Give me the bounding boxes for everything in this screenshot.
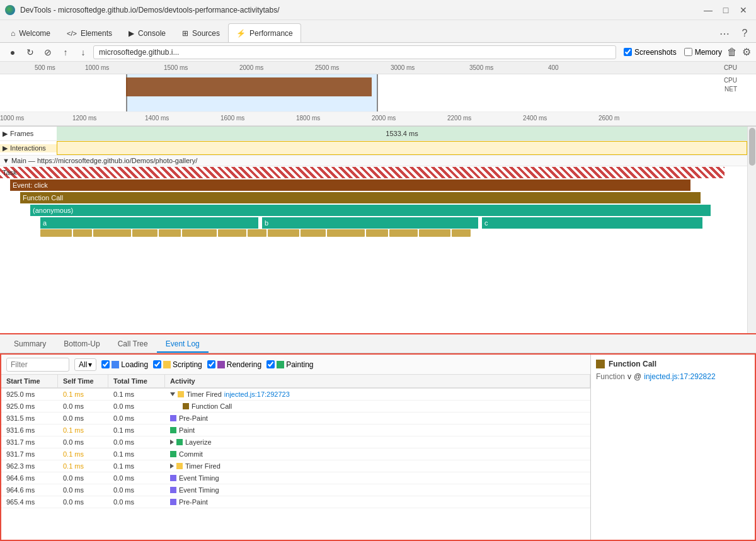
a-label: a [43,219,47,227]
timeline-area: 500 ms 1000 ms 1500 ms 2000 ms 2500 ms 3… [0,62,756,127]
window-title: DevTools - microsoftedge.github.io/Demos… [20,6,701,14]
self-time-cell: 0.0 ms [58,496,108,508]
table-row[interactable]: 962.3 ms 0.1 ms 0.1 ms Timer Fired [1,460,590,472]
ruler-label-400: 400 [548,64,559,71]
function-call-label: Function Call [23,194,63,202]
maximize-button[interactable]: □ [718,4,733,16]
main-thread-header: ▼ Main — https://microsoftedge.github.io… [0,156,747,166]
download-button[interactable]: ↓ [76,45,91,60]
tab-call-tree[interactable]: Call Tree [109,336,157,353]
total-time-cell: 0.1 ms [108,424,165,436]
loading-filter-checkbox[interactable] [101,360,110,368]
help-button[interactable]: ? [736,25,753,42]
overview-area[interactable]: CPU NET [0,74,756,112]
flame-row-tiny [0,229,747,238]
detail-title: Function Call [596,360,750,368]
start-time-cell: 965.4 ms [1,496,58,508]
col-activity[interactable]: Activity [165,375,590,387]
ruler-bot-2000: 2000 ms [372,115,396,122]
col-self-time[interactable]: Self Time [58,375,108,387]
event-log-left: All ▾ Loading Scripting [1,355,591,540]
self-time-cell: 0.0 ms [58,413,108,424]
ruler-bot-2400: 2400 ms [523,115,547,122]
filter-all-dropdown[interactable]: All ▾ [74,358,96,371]
table-row[interactable]: 964.6 ms 0.0 ms 0.0 ms Event Timing [1,472,590,484]
activity-cell: Function Call [165,401,590,412]
start-time-cell: 931.7 ms [1,436,58,448]
minimize-button[interactable]: — [701,4,716,16]
delete-recording-button[interactable]: 🗑 [724,45,740,60]
interactions-track-row: ▶ Interactions [0,141,747,156]
welcome-tab-icon: ⌂ [11,29,15,38]
event-table[interactable]: Start Time Self Time Total Time Activity… [1,375,590,540]
expand-icon[interactable] [170,464,174,469]
activity-cell: Pre-Paint [165,496,590,508]
expand-icon[interactable] [170,440,174,445]
table-row[interactable]: 925.0 ms 0.1 ms 0.1 ms Timer Fired injec… [1,389,590,401]
self-time-cell: 0.0 ms [58,484,108,496]
browser-favicon [5,5,15,15]
detail-function-link[interactable]: injected.js:17:292822 [644,372,715,381]
total-time-cell: 0.1 ms [108,460,165,472]
settings-button[interactable]: ⚙ [742,46,751,58]
frames-expand-icon[interactable]: ▶ [3,130,8,138]
scripting-filter-checkbox[interactable] [153,360,161,368]
total-time-cell: 0.0 ms [108,496,165,508]
tab-welcome[interactable]: ⌂ Welcome [3,23,59,42]
ruler-top: 500 ms 1000 ms 1500 ms 2000 ms 2500 ms 3… [0,62,756,74]
expand-icon[interactable] [170,392,175,396]
activity-color-icon [170,487,176,493]
frames-bar: 1533.4 ms [57,127,747,140]
self-time-cell: 0.0 ms [58,472,108,484]
timeline-scroll-thumb[interactable] [749,128,755,166]
tab-summary[interactable]: Summary [5,336,55,353]
main-thread-expand[interactable]: ▼ [3,157,9,164]
table-row[interactable]: 965.4 ms 0.0 ms 0.0 ms Pre-Paint [1,496,590,508]
tab-bottom-up[interactable]: Bottom-Up [55,336,108,353]
screenshots-checkbox[interactable] [624,48,632,56]
start-time-cell: 964.6 ms [1,472,58,484]
tab-sources[interactable]: ⊞ Sources [174,23,228,42]
self-time-cell: 0.1 ms [58,389,108,400]
painting-filter-label: Painting [266,360,313,369]
clear-button[interactable]: ⊘ [40,45,55,60]
total-time-cell: 0.0 ms [108,472,165,484]
col-start-time[interactable]: Start Time [1,375,58,387]
close-button[interactable]: ✕ [736,4,751,16]
more-tabs-button[interactable]: ⋯ [716,25,733,42]
activity-link[interactable]: injected.js:17:292723 [224,390,290,398]
timeline-scrollbar[interactable] [747,127,756,333]
table-row[interactable]: 931.6 ms 0.1 ms 0.1 ms Paint [1,424,590,436]
memory-checkbox[interactable] [684,48,692,56]
table-row[interactable]: 931.5 ms 0.0 ms 0.0 ms Pre-Paint [1,413,590,424]
table-row[interactable]: 931.7 ms 0.0 ms 0.0 ms Layerize [1,436,590,448]
start-time-cell: 925.0 ms [1,389,58,400]
upload-button[interactable]: ↑ [58,45,73,60]
tab-performance[interactable]: ⚡ Performance [228,23,301,42]
rendering-filter-label: Rendering [207,360,261,369]
total-time-cell: 0.0 ms [108,436,165,448]
sub-tabs: Summary Bottom-Up Call Tree Event Log [0,334,756,353]
interactions-expand-icon[interactable]: ▶ [3,144,8,152]
filter-input[interactable] [6,358,69,372]
col-total-time[interactable]: Total Time [108,375,165,387]
frames-track-label[interactable]: ▶ Frames [0,130,57,138]
painting-filter-checkbox[interactable] [266,360,275,368]
bottom-panel: Summary Bottom-Up Call Tree Event Log Al… [0,333,756,541]
rendering-filter-checkbox[interactable] [207,360,215,368]
table-row[interactable]: 964.6 ms 0.0 ms 0.0 ms Event Timing [1,484,590,496]
interactions-track-label[interactable]: ▶ Interactions [0,144,57,152]
painting-color-swatch [277,361,284,368]
table-row[interactable]: 931.7 ms 0.1 ms 0.1 ms Commit [1,448,590,460]
tab-console[interactable]: ▶ Console [120,23,174,42]
self-time-cell: 0.1 ms [58,460,108,472]
tab-elements[interactable]: </> Elements [59,23,120,42]
start-time-cell: 962.3 ms [1,460,58,472]
sources-tab-icon: ⊞ [182,29,188,38]
start-time-cell: 964.6 ms [1,484,58,496]
event-click-label: Event: click [13,181,48,189]
tab-event-log[interactable]: Event Log [157,336,209,353]
record-button[interactable]: ● [5,45,20,60]
table-row[interactable]: 925.0 ms 0.0 ms 0.0 ms Function Call [1,401,590,413]
refresh-button[interactable]: ↻ [23,45,38,60]
